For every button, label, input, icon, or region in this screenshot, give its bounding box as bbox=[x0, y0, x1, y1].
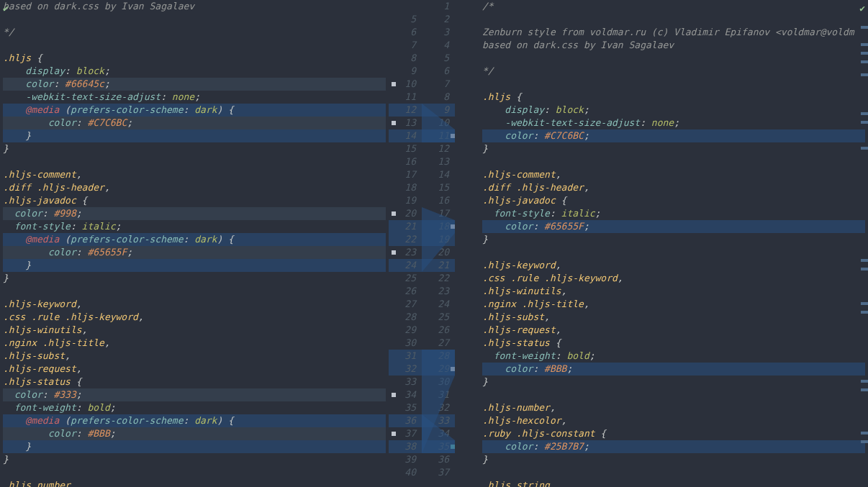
code-line[interactable] bbox=[482, 466, 865, 479]
gutter-row[interactable]: 2926 bbox=[389, 324, 479, 337]
code-line[interactable]: @media (prefers-color-scheme: dark) { bbox=[3, 104, 386, 117]
code-line[interactable]: @media (prefers-color-scheme: dark) { bbox=[3, 233, 386, 246]
gutter-row[interactable]: 1310 bbox=[389, 117, 479, 129]
gutter-row[interactable]: 3532 bbox=[389, 401, 479, 414]
code-line[interactable]: font-style: italic; bbox=[3, 220, 386, 233]
code-line[interactable]: */ bbox=[482, 65, 865, 78]
code-line[interactable]: color: #66645c; bbox=[3, 78, 386, 91]
gutter-row[interactable]: 118 bbox=[389, 91, 479, 104]
code-line[interactable]: -webkit-text-size-adjust: none; bbox=[3, 91, 386, 104]
gutter[interactable]: 1526374859610711812913101411151216131714… bbox=[389, 0, 479, 487]
gutter-row[interactable]: 1714 bbox=[389, 168, 479, 181]
code-line[interactable] bbox=[482, 246, 865, 259]
gutter-row[interactable]: 3431 bbox=[389, 388, 479, 401]
gutter-row[interactable]: 1 bbox=[389, 0, 479, 13]
right-pane[interactable]: ✔ /*Zenburn style from voldmar.ru (c) Vl… bbox=[479, 0, 868, 487]
code-line[interactable]: } bbox=[482, 233, 865, 246]
left-code[interactable]: based on dark.css by Ivan Sagalaev*/.hlj… bbox=[0, 0, 389, 487]
gutter-row[interactable]: 107 bbox=[389, 78, 479, 91]
code-line[interactable]: } bbox=[482, 142, 865, 155]
code-line[interactable]: @media (prefers-color-scheme: dark) { bbox=[3, 414, 386, 427]
gutter-row[interactable]: 3936 bbox=[389, 453, 479, 466]
code-line[interactable]: .hljs-status { bbox=[482, 337, 865, 350]
code-line[interactable]: based on dark.css by Ivan Sagalaev bbox=[482, 39, 865, 52]
code-line[interactable]: .hljs-subst, bbox=[482, 311, 865, 324]
gutter-row[interactable]: 1916 bbox=[389, 194, 479, 207]
code-line[interactable]: font-weight: bold; bbox=[482, 350, 865, 363]
gutter-row[interactable]: 1411 bbox=[389, 129, 479, 142]
gutter-row[interactable]: 2320 bbox=[389, 246, 479, 259]
gutter-row[interactable]: 3835 bbox=[389, 440, 479, 453]
code-line[interactable]: } bbox=[3, 453, 386, 466]
code-line[interactable]: .hljs-javadoc { bbox=[482, 194, 865, 207]
code-line[interactable]: based on dark.css by Ivan Sagalaev bbox=[3, 0, 386, 13]
gutter-row[interactable]: 74 bbox=[389, 39, 479, 52]
minimap-left[interactable] bbox=[381, 0, 389, 487]
code-line[interactable]: display: block; bbox=[3, 65, 386, 78]
code-line[interactable]: .hljs-subst, bbox=[3, 350, 386, 363]
gutter-row[interactable]: 1613 bbox=[389, 155, 479, 168]
code-line[interactable]: color: #998; bbox=[3, 207, 386, 220]
code-line[interactable]: .hljs-comment, bbox=[482, 168, 865, 181]
code-line[interactable] bbox=[3, 13, 386, 26]
code-line[interactable]: .hljs-number, bbox=[482, 401, 865, 414]
code-line[interactable]: } bbox=[3, 142, 386, 155]
code-line[interactable]: font-style: italic; bbox=[482, 207, 865, 220]
code-line[interactable]: .diff .hljs-header, bbox=[3, 181, 386, 194]
gutter-row[interactable]: 1512 bbox=[389, 142, 479, 155]
code-line[interactable]: } bbox=[3, 440, 386, 453]
code-line[interactable] bbox=[3, 466, 386, 479]
gutter-row[interactable]: 85 bbox=[389, 52, 479, 65]
code-line[interactable]: .ruby .hljs-constant { bbox=[482, 427, 865, 440]
gutter-row[interactable]: 2219 bbox=[389, 233, 479, 246]
gutter-row[interactable]: 2825 bbox=[389, 311, 479, 324]
code-line[interactable]: /* bbox=[482, 0, 865, 13]
code-line[interactable]: .hljs-request, bbox=[482, 324, 865, 337]
code-line[interactable]: .hljs-status { bbox=[3, 376, 386, 388]
gutter-row[interactable]: 129 bbox=[389, 104, 479, 117]
code-line[interactable]: -webkit-text-size-adjust: none; bbox=[482, 117, 865, 129]
code-line[interactable] bbox=[482, 388, 865, 401]
gutter-row[interactable] bbox=[389, 479, 479, 487]
gutter-row[interactable]: 1815 bbox=[389, 181, 479, 194]
gutter-row[interactable]: 2118 bbox=[389, 220, 479, 233]
code-line[interactable]: .diff .hljs-header, bbox=[482, 181, 865, 194]
code-line[interactable]: .hljs-request, bbox=[3, 363, 386, 376]
code-line[interactable]: Zenburn style from voldmar.ru (c) Vladim… bbox=[482, 26, 865, 39]
code-line[interactable]: } bbox=[482, 376, 865, 388]
code-line[interactable]: .hljs-comment, bbox=[3, 168, 386, 181]
gutter-row[interactable]: 2421 bbox=[389, 259, 479, 272]
gutter-row[interactable]: 2623 bbox=[389, 285, 479, 298]
gutter-row[interactable]: 2522 bbox=[389, 272, 479, 285]
code-line[interactable]: color: #C7C6BC; bbox=[482, 129, 865, 142]
code-line[interactable] bbox=[482, 78, 865, 91]
gutter-row[interactable]: 4037 bbox=[389, 466, 479, 479]
code-line[interactable]: display: block; bbox=[482, 104, 865, 117]
code-line[interactable]: .hljs-winutils, bbox=[482, 285, 865, 298]
code-line[interactable]: color: #BBB; bbox=[3, 427, 386, 440]
code-line[interactable]: .hljs-winutils, bbox=[3, 324, 386, 337]
code-line[interactable]: .nginx .hljs-title, bbox=[3, 337, 386, 350]
code-line[interactable]: color: #25B7B7; bbox=[482, 440, 865, 453]
gutter-row[interactable]: 96 bbox=[389, 65, 479, 78]
gutter-row[interactable]: 2724 bbox=[389, 298, 479, 311]
code-line[interactable] bbox=[482, 155, 865, 168]
code-line[interactable]: .hljs-keyword, bbox=[3, 298, 386, 311]
gutter-row[interactable]: 3330 bbox=[389, 376, 479, 388]
code-line[interactable]: hljs number bbox=[3, 479, 386, 487]
gutter-row[interactable]: 3734 bbox=[389, 427, 479, 440]
code-line[interactable]: */ bbox=[3, 26, 386, 39]
code-line[interactable]: color: #65655F; bbox=[482, 220, 865, 233]
code-line[interactable]: } bbox=[3, 259, 386, 272]
left-pane[interactable]: ✔ based on dark.css by Ivan Sagalaev*/.h… bbox=[0, 0, 389, 487]
code-line[interactable]: .css .rule .hljs-keyword, bbox=[482, 272, 865, 285]
gutter-row[interactable]: 63 bbox=[389, 26, 479, 39]
code-line[interactable]: color: #65655F; bbox=[3, 246, 386, 259]
gutter-row[interactable]: 3027 bbox=[389, 337, 479, 350]
code-line[interactable] bbox=[482, 52, 865, 65]
code-line[interactable]: .hljs-javadoc { bbox=[3, 194, 386, 207]
code-line[interactable]: color: #C7C6BC; bbox=[3, 117, 386, 129]
right-code[interactable]: /*Zenburn style from voldmar.ru (c) Vlad… bbox=[479, 0, 868, 487]
gutter-row[interactable]: 3633 bbox=[389, 414, 479, 427]
code-line[interactable] bbox=[3, 39, 386, 52]
